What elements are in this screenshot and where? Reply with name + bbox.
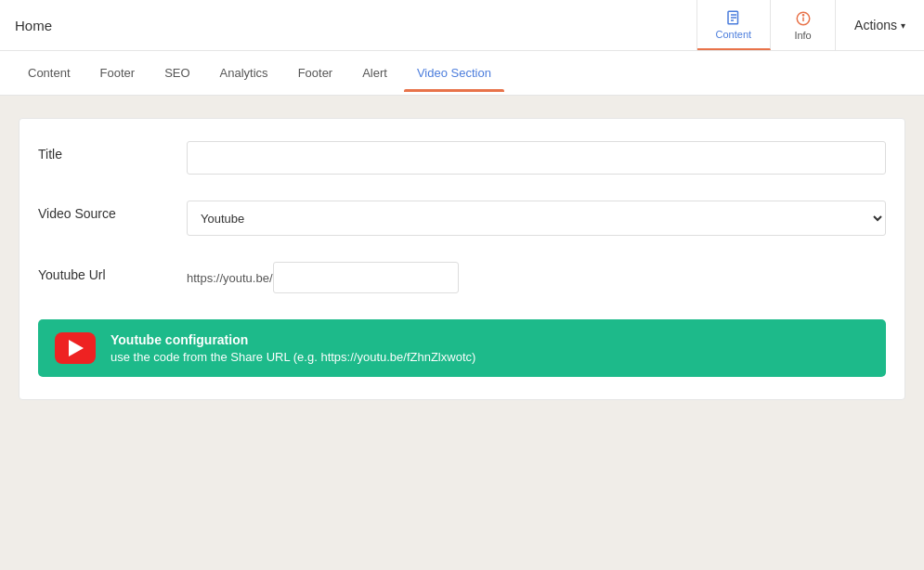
content-icon-label: Content [716,29,752,40]
youtube-play-icon [69,340,84,356]
top-bar-icons: Content Info [697,0,837,50]
tab-footer2[interactable]: Footer [285,55,346,91]
tab-alert[interactable]: Alert [349,55,400,91]
svg-point-6 [802,14,803,15]
actions-label: Actions [854,18,897,32]
form-card: Title Video Source Youtube Vimeo Local Y… [19,118,905,400]
video-source-field: Youtube Vimeo Local [187,201,886,236]
tabs-bar: Content Footer SEO Analytics Footer Aler… [0,51,924,96]
content-icon-btn[interactable]: Content [697,0,772,50]
youtube-logo-icon [55,332,96,364]
title-field [187,141,886,175]
tab-seo[interactable]: SEO [151,55,202,91]
youtube-url-input[interactable] [273,262,459,293]
video-source-select[interactable]: Youtube Vimeo Local [187,201,886,236]
video-source-row: Video Source Youtube Vimeo Local [38,201,886,236]
content-icon [725,9,742,26]
title-input[interactable] [187,141,886,175]
youtube-url-label: Youtube Url [38,262,187,282]
tab-footer1[interactable]: Footer [87,55,149,91]
video-source-label: Video Source [38,201,187,221]
url-prefix: https://youtu.be/ [187,271,273,285]
title-label: Title [38,141,187,162]
info-icon-label: Info [794,30,811,41]
page-title: Home [0,0,697,50]
top-bar: Home Content Info Actions ▾ [0,0,924,51]
youtube-info-banner: Youtube configuration use the code from … [38,319,886,377]
main-content: Title Video Source Youtube Vimeo Local Y… [0,96,924,422]
banner-description: use the code from the Share URL (e.g. ht… [111,350,475,364]
banner-text: Youtube configuration use the code from … [111,332,475,364]
youtube-url-field: https://youtu.be/ [187,262,886,293]
youtube-url-wrap: https://youtu.be/ [187,262,886,293]
banner-title: Youtube configuration [111,332,475,347]
actions-caret-icon: ▾ [901,20,905,31]
info-icon [795,10,812,27]
youtube-url-row: Youtube Url https://youtu.be/ [38,262,886,293]
info-icon-btn[interactable]: Info [771,0,836,50]
tab-content[interactable]: Content [15,55,84,91]
tab-analytics[interactable]: Analytics [207,55,281,91]
tab-video-section[interactable]: Video Section [404,55,504,91]
title-row: Title [38,141,886,175]
actions-button[interactable]: Actions ▾ [836,0,924,50]
